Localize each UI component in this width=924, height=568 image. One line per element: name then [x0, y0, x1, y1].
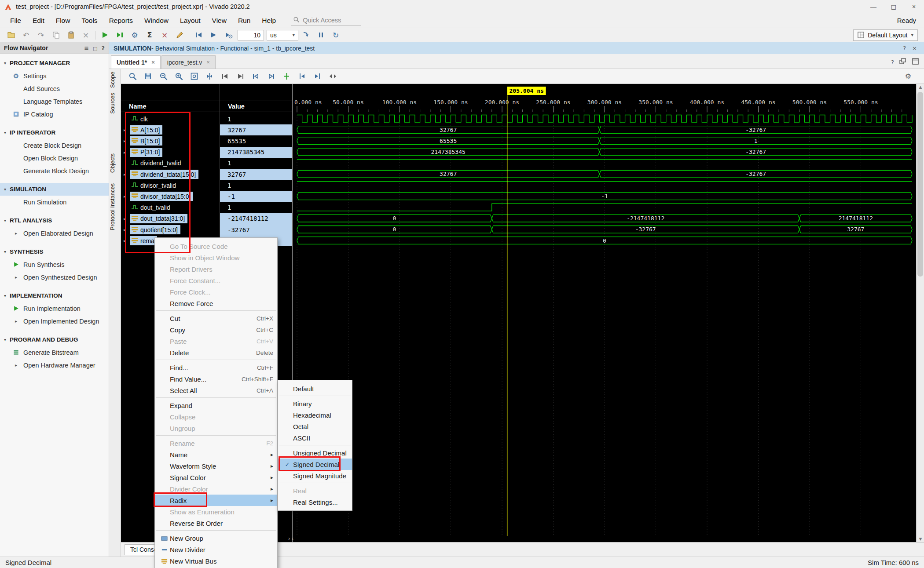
go-to-time-end-icon[interactable]: [234, 71, 246, 82]
menu-item-show-in-object-window[interactable]: Show in Object Window: [155, 252, 277, 263]
menu-help[interactable]: Help: [256, 15, 282, 27]
menu-item-show-as-enumeration[interactable]: Show as Enumeration: [155, 506, 277, 517]
scroll-down-icon[interactable]: ▼: [917, 537, 924, 541]
menu-item-hexadecimal[interactable]: Hexadecimal: [278, 409, 352, 421]
tab-untitled-1[interactable]: Untitled 1*×: [111, 55, 161, 69]
edit-icon[interactable]: [172, 29, 187, 41]
zoom-in-icon[interactable]: [172, 71, 185, 82]
find-icon[interactable]: [126, 71, 139, 82]
signal-row-b-15-0[interactable]: ▸B[15:0]: [121, 135, 220, 146]
menu-item-default[interactable]: Default: [278, 383, 352, 394]
flownav-item-open-elaborated-design[interactable]: ▸Open Elaborated Design: [0, 227, 109, 240]
menu-item-octal[interactable]: Octal: [278, 421, 352, 432]
menu-item-signal-color[interactable]: Signal Color▸: [155, 472, 277, 483]
menu-item-select-all[interactable]: Select AllCtrl+A: [155, 385, 277, 396]
signal-row-p-31-0[interactable]: ▸P[31:0]: [121, 147, 220, 158]
sum-icon[interactable]: Σ: [142, 29, 157, 41]
menu-item-find-value[interactable]: Find Value...Ctrl+Shift+F: [155, 373, 277, 385]
undo-icon[interactable]: ↶: [18, 29, 33, 41]
zoom-fit-icon[interactable]: [188, 71, 200, 82]
paste-icon[interactable]: [63, 29, 78, 41]
menu-item-cut[interactable]: CutCtrl+X: [155, 313, 277, 324]
previous-transition-icon[interactable]: [249, 71, 262, 82]
menu-item-report-drivers[interactable]: Report Drivers: [155, 263, 277, 275]
step-icon[interactable]: [298, 29, 313, 41]
splitter-collapse-right-icon[interactable]: ›: [288, 535, 290, 542]
expand-chevron-icon[interactable]: ▸: [124, 227, 130, 232]
copy-icon[interactable]: [48, 29, 63, 41]
signal-row-divisor-tdata-15-0[interactable]: ▸divisor_tdata[15:0]: [121, 191, 220, 202]
flownav-item-run-synthesis[interactable]: Run Synthesis: [0, 258, 109, 271]
relaunch-icon[interactable]: ↻: [328, 29, 343, 41]
menu-item-expand[interactable]: Expand: [155, 400, 277, 411]
run-icon[interactable]: [97, 29, 112, 41]
float-icon[interactable]: [898, 57, 907, 67]
menu-item-force-constant[interactable]: Force Constant...: [155, 275, 277, 286]
restart-icon[interactable]: [191, 29, 206, 41]
menu-item-radix[interactable]: Radix▸: [155, 495, 277, 506]
maximize-icon[interactable]: [911, 57, 920, 67]
menu-tools[interactable]: Tools: [76, 15, 103, 27]
goto-previous-marker-icon[interactable]: [296, 71, 308, 82]
flownav-item-open-implemented-design[interactable]: ▸Open Implemented Design: [0, 315, 109, 328]
expand-chevron-icon[interactable]: ▸: [124, 138, 130, 143]
help-icon[interactable]: ?: [903, 45, 906, 51]
menu-view[interactable]: View: [206, 15, 232, 27]
zoom-to-cursor-icon[interactable]: [203, 71, 216, 82]
menu-item-new-divider[interactable]: New Divider: [155, 544, 277, 555]
layout-selector[interactable]: Default Layout▾: [853, 29, 918, 41]
run-all-icon[interactable]: [206, 29, 221, 41]
scroll-up-icon[interactable]: ▲: [917, 85, 924, 89]
flownav-item-open-synthesized-design[interactable]: ▸Open Synthesized Design: [0, 271, 109, 284]
quick-access-search[interactable]: Quick Access: [291, 15, 361, 26]
menu-item-name[interactable]: Name▸: [155, 449, 277, 460]
flownav-item-settings[interactable]: ⚙Settings: [0, 69, 109, 82]
signal-row-a-15-0[interactable]: ▸A[15:0]: [121, 124, 220, 135]
menu-item-rename[interactable]: RenameF2: [155, 437, 277, 449]
flownav-section-project-manager[interactable]: ▾PROJECT MANAGER: [0, 57, 109, 69]
help-icon[interactable]: ?: [101, 45, 105, 51]
flownav-item-run-simulation[interactable]: Run Simulation: [0, 196, 109, 208]
menu-run[interactable]: Run: [232, 15, 256, 27]
run-for-icon[interactable]: [221, 29, 236, 41]
swap-cursors-icon[interactable]: [326, 71, 339, 82]
menu-item-force-clock[interactable]: Force Clock...: [155, 286, 277, 298]
expand-chevron-icon[interactable]: ▸: [124, 127, 130, 132]
menu-item-ungroup[interactable]: Ungroup: [155, 422, 277, 434]
expand-chevron-icon[interactable]: ▸: [124, 194, 130, 199]
waveform-canvas[interactable]: 0.000 ns50.000 ns100.000 ns150.000 ns200…: [293, 84, 916, 542]
menu-item-signed-magnitude[interactable]: Signed Magnitude: [278, 470, 352, 481]
signal-value-dout-tvalid[interactable]: 1: [220, 202, 292, 213]
menu-item-real[interactable]: Real: [278, 485, 352, 496]
signal-row-clk[interactable]: clk: [121, 113, 220, 124]
menu-item-delete[interactable]: DeleteDelete: [155, 347, 277, 358]
expand-chevron-icon[interactable]: ▸: [124, 150, 130, 155]
expand-chevron-icon[interactable]: ▸: [12, 275, 20, 280]
menu-edit[interactable]: Edit: [27, 15, 50, 27]
expand-chevron-icon[interactable]: ▸: [12, 231, 20, 236]
signal-row-divisor-tvalid[interactable]: divisor_tvalid: [121, 180, 220, 191]
flownav-item-generate-bitstream[interactable]: Generate Bitstream: [0, 346, 109, 359]
redo-icon[interactable]: ↷: [33, 29, 48, 41]
menu-flow[interactable]: Flow: [50, 15, 76, 27]
close-icon[interactable]: ×: [912, 45, 917, 51]
save-wave-config-icon[interactable]: [142, 71, 154, 82]
flownav-item-open-block-design[interactable]: Open Block Design: [0, 152, 109, 164]
expand-chevron-icon[interactable]: ▸: [124, 216, 130, 221]
expand-chevron-icon[interactable]: ▸: [124, 238, 130, 243]
expand-chevron-icon[interactable]: ▸: [12, 363, 20, 368]
menu-item-remove-force[interactable]: Remove Force: [155, 298, 277, 309]
flownav-section-synthesis[interactable]: ▾SYNTHESIS: [0, 245, 109, 258]
flownav-item-add-sources[interactable]: Add Sources: [0, 82, 109, 95]
menu-layout[interactable]: Layout: [174, 15, 206, 27]
menu-window[interactable]: Window: [139, 15, 174, 27]
vertical-scrollbar-thumb[interactable]: [917, 92, 923, 277]
menu-item-signed-decimal[interactable]: ✓Signed Decimal: [278, 459, 352, 470]
expand-chevron-icon[interactable]: ▸: [12, 319, 20, 324]
simulation-time-input[interactable]: 10: [238, 30, 264, 40]
signal-value-divisor-tdata-15-0[interactable]: -1: [220, 191, 292, 202]
side-tab-protocol-instances[interactable]: Protocol Instances: [109, 182, 121, 232]
next-transition-icon[interactable]: [265, 71, 277, 82]
flownav-item-language-templates[interactable]: Language Templates: [0, 95, 109, 108]
menu-item-new-virtual-bus[interactable]: New Virtual Bus: [155, 555, 277, 567]
